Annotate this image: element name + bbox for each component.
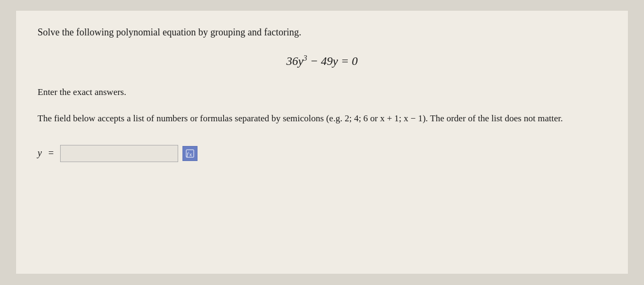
instruction-line2: The field below accepts a list of number…: [38, 111, 606, 126]
formula-icon: f x: [186, 149, 194, 158]
formula-icon-button[interactable]: f x: [182, 146, 197, 161]
svg-text:x: x: [189, 152, 192, 157]
equation-display: 36y3 − 49y = 0: [38, 54, 606, 68]
instruction-line1: Enter the exact answers.: [38, 87, 606, 98]
answer-variable-label: y: [38, 148, 42, 159]
equation-text: 36y3 − 49y = 0: [286, 54, 357, 68]
main-content-area: Solve the following polynomial equation …: [16, 11, 628, 274]
answer-input[interactable]: [60, 145, 178, 162]
problem-title: Solve the following polynomial equation …: [38, 27, 606, 38]
answer-row: y = f x: [38, 145, 606, 162]
answer-equals-sign: =: [48, 148, 54, 159]
